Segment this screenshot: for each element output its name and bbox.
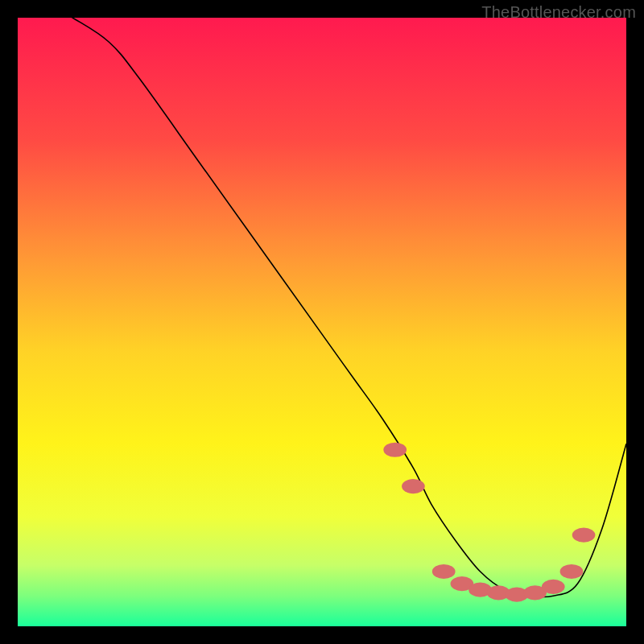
plot-area xyxy=(18,18,626,626)
marker-point xyxy=(542,580,565,594)
marker-point xyxy=(432,564,456,579)
chart-frame: TheBottlenecker.com xyxy=(0,0,644,644)
marker-point xyxy=(572,528,596,543)
chart-svg xyxy=(18,18,626,626)
gradient-background xyxy=(18,18,626,626)
marker-point xyxy=(383,443,407,457)
marker-point xyxy=(560,564,584,579)
marker-point xyxy=(402,479,425,493)
watermark-text: TheBottlenecker.com xyxy=(481,3,636,22)
